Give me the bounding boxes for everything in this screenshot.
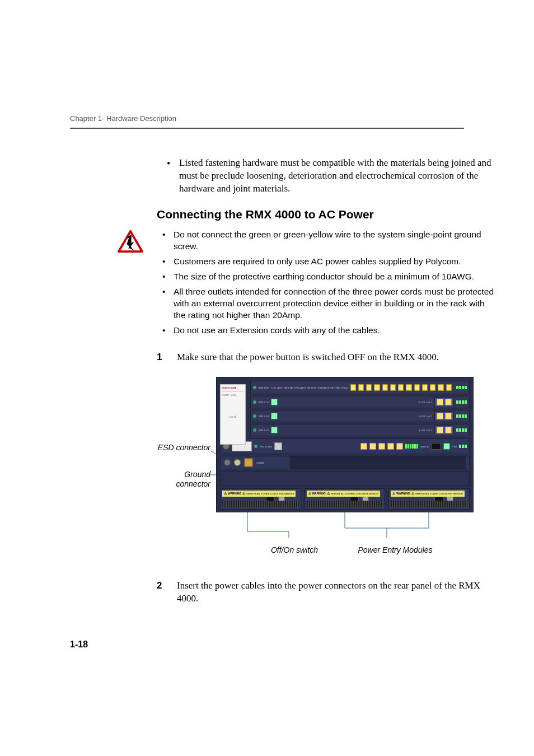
slot-rtm-lan-2: RTM LAN LAN 1 LAN 2: [250, 410, 470, 422]
step-number: 2: [157, 580, 167, 605]
chassis: POLYCOM RMX® 4000 CE ♻ RTM ISDN LAN 1 PR…: [216, 377, 474, 512]
ground-row: 10/20OP: [220, 456, 470, 469]
psu-row: ⚠WARNING⚠REMOVE ALL POWER CORDS FOR SERV…: [220, 488, 470, 510]
serial-port: [431, 443, 441, 450]
step-text: Make sure that the power button is switc…: [177, 351, 500, 364]
page: Chapter 1- Hardware Description Listed f…: [0, 0, 534, 756]
slot-label: RTM ISDN: [259, 386, 269, 389]
slot-rtm-lan-1: RTM LAN LAN 1 LAN 2: [250, 396, 470, 408]
status-led: [253, 386, 256, 389]
step-item: 1 Make sure that the power button is swi…: [157, 351, 500, 364]
intro-bullet: Listed fastening hardware must be compat…: [179, 157, 494, 195]
warning-item: Do not use an Extension cords with any o…: [174, 325, 496, 337]
callout-ground: Ground connector: [154, 470, 210, 489]
warning-list: Do not connect the green or green-yellow…: [151, 229, 500, 339]
brand-logo: POLYCOM: [222, 386, 244, 390]
callout-pems: Power Entry Modules: [345, 545, 446, 556]
psu-1: ⚠WARNING⚠REMOVE ALL POWER CORDS FOR SERV…: [220, 488, 301, 510]
warning-item: Do not connect the green or green-yellow…: [174, 229, 496, 253]
slot-rtm-isdn: RTM ISDN LAN 1 PRI 1 PRI 2 PRI 3 PRI 4 P…: [250, 381, 470, 394]
status-led-grid: [456, 386, 467, 389]
intro-bullet-list: Listed fastening hardware must be compat…: [157, 157, 500, 195]
warning-icon: [118, 229, 143, 258]
step-number: 1: [157, 351, 167, 364]
power-switch: [244, 458, 253, 467]
warning-block: Do not connect the green or green-yellow…: [118, 229, 500, 339]
slot-rtm-lan-3: RTM LAN LAN 1 LAN 2: [250, 424, 470, 436]
usb-port: [274, 442, 282, 450]
rj45-port: [271, 399, 278, 405]
psu-2: ⚠WARNING⚠REMOVE ALL POWER CORDS FOR SERV…: [305, 488, 386, 510]
callout-esd: ESD connector: [154, 443, 210, 452]
header-rule: [70, 128, 464, 129]
chassis-image: POLYCOM RMX® 4000 CE ♻ RTM ISDN LAN 1 PR…: [216, 377, 474, 546]
rear-panel-figure: ESD connector Ground connector POLYCOM R…: [154, 377, 500, 562]
warning-item: Customers are required to only use AC po…: [174, 256, 496, 268]
warning-item: All three outlets intended for connectio…: [174, 286, 496, 321]
lan-header: LAN 1 PRI 1 PRI 2 PRI 3 PRI 4 PRI 5 PRI …: [271, 386, 348, 389]
step-list: 1 Make sure that the power button is swi…: [157, 351, 500, 364]
ground-screw: [224, 459, 231, 466]
slot-stack: RTM ISDN LAN 1 PRI 1 PRI 2 PRI 3 PRI 4 P…: [250, 381, 470, 436]
section-heading: Connecting the RMX 4000 to AC Power: [157, 207, 500, 222]
io-panel: RTM IP 4000 ShMG IP USB: [220, 438, 470, 454]
warning-item: The size of the protective earthing cond…: [174, 271, 496, 283]
blank-row: [220, 472, 470, 486]
step-list-2: 2 Insert the power cables into the power…: [157, 580, 500, 605]
page-number: 1-18: [70, 640, 88, 650]
switch-rating: 10/20OP: [256, 461, 264, 464]
rj45-port: [350, 384, 356, 391]
page-content: Listed fastening hardware must be compat…: [157, 112, 500, 605]
step-text: Insert the power cables into the power c…: [177, 580, 500, 605]
lan-pair: [434, 397, 454, 407]
step-item: 2 Insert the power cables into the power…: [157, 580, 500, 605]
front-label-plate: POLYCOM RMX® 4000 CE ♻: [220, 384, 246, 445]
psu-warning-label: ⚠WARNING⚠REMOVE ALL POWER CORDS FOR SERV…: [222, 491, 296, 496]
psu-3: ⚠WARNING⚠REMOVE ALL POWER CORDS FOR SERV…: [388, 488, 470, 510]
esd-jack: [234, 459, 241, 466]
running-head: Chapter 1- Hardware Description: [70, 114, 176, 123]
callout-switch: Off/On switch: [261, 545, 328, 556]
